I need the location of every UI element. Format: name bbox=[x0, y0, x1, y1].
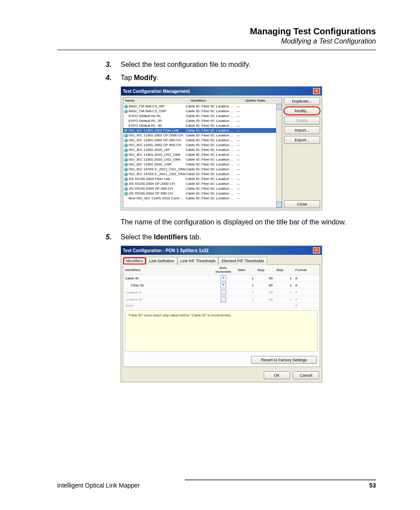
config-name: ANSI_TIA-568-C3_ISP bbox=[129, 104, 165, 109]
modify-button[interactable]: Modify... bbox=[284, 107, 320, 115]
checkbox-icon[interactable]: · bbox=[221, 290, 226, 295]
table-row[interactable]: ISO_IEC 14763-3 _2011_OS1_OMxCable ID; F… bbox=[123, 167, 282, 172]
config-splitter: --- bbox=[236, 138, 282, 143]
ok-button[interactable]: OK bbox=[264, 371, 290, 379]
delete-button[interactable]: Delete bbox=[284, 117, 320, 125]
col-splitter[interactable]: Splitter Ratio bbox=[243, 98, 282, 103]
globe-icon bbox=[124, 129, 128, 132]
cancel-button[interactable]: Cancel bbox=[293, 371, 319, 379]
step-3: Select the test configuration file to mo… bbox=[106, 61, 376, 69]
tab-identifiers[interactable]: Identifiers bbox=[123, 257, 146, 265]
close-icon[interactable]: × bbox=[313, 88, 320, 94]
window-title: Test Configuration Management bbox=[123, 89, 190, 94]
stop-value[interactable]: 99 bbox=[255, 289, 274, 296]
table-row[interactable]: ISO_IEC 11801-2010_OS2_OMxCable ID; Fibe… bbox=[123, 157, 282, 162]
checkbox-icon[interactable]: · bbox=[221, 297, 226, 302]
table-row[interactable]: ANSI_TIA-568-C3_OSPCable ID; Fiber ID; L… bbox=[123, 109, 282, 114]
table-row[interactable]: JIS X5150-2004 OF-2000 CHCable ID; Fiber… bbox=[123, 181, 282, 186]
titlebar[interactable]: Test Configuration Management × bbox=[121, 87, 322, 95]
col-name[interactable]: Name bbox=[123, 98, 189, 103]
config-identifiers: Cable ID; Fiber ID; Location ... bbox=[186, 114, 236, 118]
start-value[interactable] bbox=[236, 303, 255, 308]
format-value[interactable]: # bbox=[294, 289, 320, 296]
close-button[interactable]: Close bbox=[284, 200, 320, 208]
table-row[interactable]: EXFO Default RL -35Cable ID; Fiber ID; L… bbox=[123, 118, 282, 123]
globe-icon bbox=[124, 153, 128, 157]
table-row[interactable]: ISO_IEC 14763-3 _2011_OS2_OMxCable ID; F… bbox=[123, 172, 282, 176]
config-name: EXFO Default RL -40 bbox=[129, 123, 162, 128]
config-name: ISO_IEC 11801-2010_OSP bbox=[129, 162, 172, 167]
step-5: Select the Identifiers tab. Test Configu… bbox=[106, 233, 376, 382]
table-row[interactable]: ANSI_TIA-568-C3_ISPCable ID; Fiber ID; L… bbox=[123, 104, 282, 109]
duplicate-button[interactable]: Duplicate... bbox=[284, 97, 320, 105]
config-identifiers: Cable ID; Fiber ID; Location ... bbox=[186, 186, 236, 191]
table-row[interactable]: Location B·1991# bbox=[123, 296, 320, 303]
table-row[interactable]: EXFO Default No RLCable ID; Fiber ID; Lo… bbox=[123, 114, 282, 118]
globe-icon bbox=[124, 177, 128, 181]
import-button[interactable]: Import... bbox=[284, 126, 320, 134]
table-row[interactable]: Cable ID✕1991# bbox=[123, 275, 320, 282]
table-row[interactable]: EXFO Default RL -40Cable ID; Fiber ID; L… bbox=[123, 123, 282, 128]
stop-value[interactable] bbox=[255, 303, 274, 308]
format-value[interactable]: # bbox=[294, 282, 320, 289]
col-format: Format bbox=[294, 265, 320, 275]
stop-value[interactable]: 99 bbox=[255, 296, 274, 303]
stop-value[interactable]: 99 bbox=[255, 275, 274, 282]
window-title: Test Configuration - PON 1 Splitters 1x3… bbox=[123, 248, 209, 253]
config-splitter: --- bbox=[236, 147, 282, 152]
start-value[interactable]: 1 bbox=[236, 275, 255, 282]
format-value[interactable]: # bbox=[294, 275, 320, 282]
hint-message: "Fiber ID" must reach stop value before … bbox=[125, 310, 318, 352]
config-list[interactable]: Name Identifiers Splitter Ratio ANSI_TIA… bbox=[123, 97, 282, 208]
config-name: ISO_IEC 11801-2002 OF-300 CH bbox=[129, 138, 181, 143]
start-value[interactable]: 1 bbox=[236, 289, 255, 296]
config-name: EXFO Default RL -35 bbox=[129, 118, 162, 123]
scrollbar[interactable] bbox=[276, 104, 282, 208]
checkbox-icon[interactable]: ✕ bbox=[221, 275, 226, 281]
config-identifiers: Cable ID; Fiber ID; Location ... bbox=[186, 147, 236, 152]
config-splitter: --- bbox=[236, 191, 282, 196]
tab-element-pf-thresholds[interactable]: Element P/F Thresholds bbox=[218, 257, 267, 265]
start-value[interactable]: 1 bbox=[236, 282, 255, 289]
globe-icon bbox=[124, 134, 128, 137]
table-row[interactable]: JIS X5150-2004 OF-500 CHCable ID; Fiber … bbox=[123, 191, 282, 196]
table-row[interactable]: ISO_IEC 11801-2002 OF-300 CHCable ID; Fi… bbox=[123, 138, 282, 143]
table-row[interactable]: ISO_IEC 11801-2002 OF-500 CHCable ID; Fi… bbox=[123, 143, 282, 147]
titlebar[interactable]: Test Configuration - PON 1 Splitters 1x3… bbox=[121, 246, 322, 255]
table-row[interactable]: ISO_IEC 11801-2010_OS1_OMxCable ID; Fibe… bbox=[123, 152, 282, 157]
header-rule bbox=[57, 50, 376, 50]
col-start: Start bbox=[236, 265, 255, 275]
table-row[interactable]: ISO_IEC 11801-2010_ISPCable ID; Fiber ID… bbox=[123, 147, 282, 152]
config-splitter: --- bbox=[236, 152, 282, 157]
tab-link-definition[interactable]: Link Definition bbox=[146, 257, 177, 265]
globe-icon bbox=[124, 192, 128, 195]
table-row[interactable]: JIS X5150-2004 Fiber LinkCable ID; Fiber… bbox=[123, 176, 282, 181]
step-value[interactable]: 1 bbox=[275, 275, 294, 282]
step-5-pre: Select the bbox=[121, 233, 154, 241]
checkbox-icon[interactable]: ✕ bbox=[221, 283, 226, 288]
revert-button[interactable]: Revert to Factory Settings bbox=[251, 356, 317, 364]
close-icon[interactable]: × bbox=[313, 247, 320, 253]
table-row[interactable]: None# bbox=[123, 303, 320, 308]
step-value[interactable]: 1 bbox=[275, 289, 294, 296]
step-value[interactable] bbox=[275, 303, 294, 308]
config-identifiers: Cable ID; Fiber ID; Location ... bbox=[186, 143, 236, 147]
step-value[interactable]: 1 bbox=[275, 296, 294, 303]
table-row[interactable]: Location A·1991# bbox=[123, 289, 320, 296]
stop-value[interactable]: 99 bbox=[255, 282, 274, 289]
step-4-note: The name of the configuration is display… bbox=[121, 218, 376, 226]
table-row[interactable]: ISO_IEC 11801-2002 Fiber LinkCable ID; F… bbox=[123, 128, 282, 133]
col-identifiers[interactable]: Identifiers bbox=[189, 98, 243, 103]
config-name: ISO_IEC 11801-2002 OF-2000 CH bbox=[129, 133, 183, 138]
tab-link-pf-thresholds[interactable]: Link P/F Thresholds bbox=[177, 257, 219, 265]
table-row[interactable]: Fiber ID✕1991# bbox=[123, 282, 320, 289]
format-value[interactable]: # bbox=[294, 303, 320, 308]
table-row[interactable]: ISO_IEC 11801-2010_OSPCable ID; Fiber ID… bbox=[123, 162, 282, 167]
table-row[interactable]: ISO_IEC 11801-2002 OF-2000 CHCable ID; F… bbox=[123, 133, 282, 138]
table-row[interactable]: JIS X5150-2004 OF-300 CHCable ID; Fiber … bbox=[123, 186, 282, 191]
export-button[interactable]: Export... bbox=[284, 136, 320, 144]
format-value[interactable]: # bbox=[294, 296, 320, 303]
start-value[interactable]: 1 bbox=[236, 296, 255, 303]
step-value[interactable]: 1 bbox=[275, 282, 294, 289]
table-row[interactable]: Mod ISO_IEC 11801-2010 Conn ...Cable ID;… bbox=[123, 196, 282, 201]
